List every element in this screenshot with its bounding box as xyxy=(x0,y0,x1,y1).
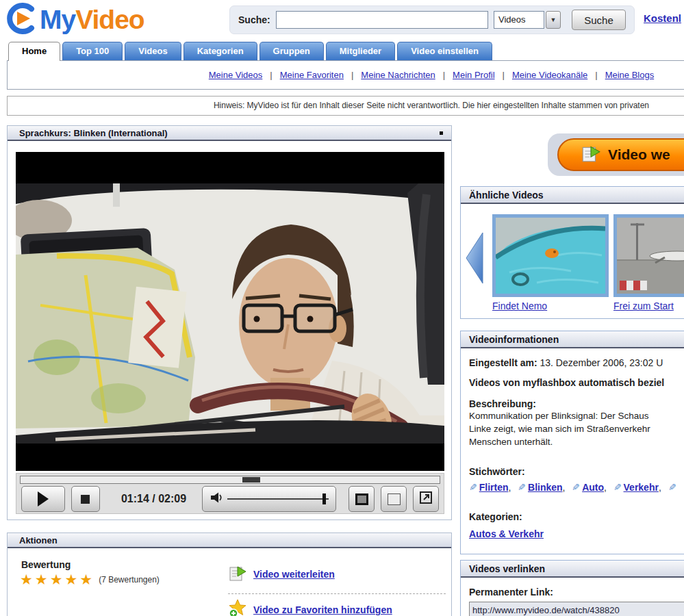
myvideo-watch-page: MyVideo Suche: Videos ▼ Suche Kostenl Ho… xyxy=(0,0,684,616)
seek-handle[interactable] xyxy=(242,477,260,483)
tag-verkehr[interactable]: Verkehr xyxy=(624,482,659,493)
video-stage[interactable] xyxy=(16,152,444,471)
rating-stars[interactable]: ★★★★★ xyxy=(20,572,94,588)
description-label: Beschreibung: xyxy=(469,398,536,409)
search-input[interactable] xyxy=(276,11,488,29)
rating-label: Bewertung xyxy=(21,559,71,570)
subnav: Meine Videos | Meine Favoriten | Meine N… xyxy=(7,60,684,90)
search-category-value[interactable]: Videos xyxy=(494,11,544,29)
pool-thumbnail-image xyxy=(496,218,605,294)
stop-button[interactable] xyxy=(71,486,100,512)
upload-video-button[interactable]: Video we xyxy=(557,138,684,171)
similar-link-1[interactable]: Findet Nemo xyxy=(492,300,547,311)
player-controls: 01:14 / 02:09 xyxy=(16,473,444,514)
volume-track[interactable] xyxy=(227,498,329,500)
tag-separator: , xyxy=(604,482,607,493)
subnav-meine-videos[interactable]: Meine Videos xyxy=(209,70,263,80)
similar-videos-header: Ähnliche Videos xyxy=(469,190,544,201)
similar-link-2[interactable]: Frei zum Start xyxy=(613,300,674,311)
time-display: 01:14 / 02:09 xyxy=(121,493,186,505)
tag-separator: , xyxy=(563,482,566,493)
popout-button[interactable] xyxy=(413,486,439,512)
video-title: Sprachkurs: Blinken (International) xyxy=(19,128,168,138)
subnav-mein-profil[interactable]: Mein Profil xyxy=(453,70,494,80)
categories-label: Kategorien: xyxy=(469,511,522,522)
similar-thumbnail-1[interactable] xyxy=(492,214,609,297)
fullscreen-button[interactable] xyxy=(349,486,375,512)
tab-mitglieder[interactable]: Mitglieder xyxy=(326,42,395,60)
video-player-panel: Sprachkurs: Blinken (International) xyxy=(7,125,452,520)
search-bar: Suche: Videos ▼ Suche xyxy=(229,5,635,34)
tag-pencil-icon: ✎ xyxy=(518,482,526,493)
logo-text-video: Video xyxy=(75,5,144,34)
actions-panel: Aktionen Bewertung ★★★★★ (7 Bewertungen)… xyxy=(7,532,452,616)
seek-bar[interactable] xyxy=(20,476,440,484)
divider xyxy=(228,593,446,594)
subnav-separator: | xyxy=(503,70,505,80)
upload-page-icon xyxy=(581,143,601,166)
uploaded-label: Eingestellt am: xyxy=(469,357,537,368)
subnav-meine-nachrichten[interactable]: Meine Nachrichten xyxy=(361,70,435,80)
carousel-left-arrow[interactable] xyxy=(466,232,483,287)
description-line: Menschen unterhält. xyxy=(469,437,553,447)
stop-icon xyxy=(81,495,90,504)
upload-video-promo: Video we xyxy=(548,133,684,176)
subnav-separator: | xyxy=(595,70,597,80)
tags-label: Stichwörter: xyxy=(469,466,525,477)
add-favorite-link[interactable]: Video zu Favoriten hinzufügen xyxy=(253,604,392,615)
forward-video-link[interactable]: Video weiterleiten xyxy=(253,569,335,580)
tag-pencil-icon: ✎ xyxy=(469,482,477,493)
logo-text-my: My xyxy=(40,5,75,34)
link-video-header: Videos verlinken xyxy=(469,563,545,574)
favorite-star-icon xyxy=(228,599,247,616)
tab-home[interactable]: Home xyxy=(8,42,60,61)
normal-size-button[interactable] xyxy=(381,486,407,512)
chevron-down-icon[interactable]: ▼ xyxy=(546,11,561,29)
similar-videos-panel: Ähnliche Videos Fi xyxy=(460,186,684,319)
subnav-separator: | xyxy=(270,70,272,80)
tag-pencil-icon: ✎ xyxy=(668,482,676,493)
disclaimer-notice: Hinweis: MyVideo ist für den Inhalt dies… xyxy=(7,96,684,116)
subnav-meine-favoriten[interactable]: Meine Favoriten xyxy=(280,70,344,80)
permanent-link-label: Permanenter Link: xyxy=(469,587,553,598)
tag-separator: , xyxy=(509,482,511,493)
uploaded-value: 13. Dezember 2006, 23:02 U xyxy=(540,357,663,368)
airport-thumbnail-image xyxy=(617,218,684,294)
video-info-header: Videoinformationen xyxy=(469,334,559,345)
category-link[interactable]: Autos & Verkehr xyxy=(469,528,544,539)
myflashbox-note: Videos von myflashbox automatisch beziel xyxy=(469,377,664,388)
search-category-dropdown[interactable]: Videos ▼ xyxy=(494,11,561,29)
subnav-separator: | xyxy=(443,70,445,80)
tag-separator: , xyxy=(659,482,661,493)
volume-handle[interactable] xyxy=(322,493,326,504)
search-button[interactable]: Suche xyxy=(572,10,626,30)
tab-gruppen[interactable]: Gruppen xyxy=(259,42,324,60)
volume-control[interactable] xyxy=(202,486,336,512)
search-label: Suche: xyxy=(238,14,270,25)
subnav-meine-videokanaele[interactable]: Meine Videokanäle xyxy=(512,70,587,80)
play-circle-logo-icon xyxy=(5,3,37,37)
tag-pencil-icon: ✎ xyxy=(572,482,580,493)
subnav-separator: | xyxy=(351,70,353,80)
description-line: Linke zeigt, wie man sich im Straßenverk… xyxy=(469,424,650,434)
similar-thumbnail-2[interactable] xyxy=(613,214,684,297)
popout-icon xyxy=(418,490,433,508)
tag-flirten[interactable]: Flirten xyxy=(479,482,509,493)
myvideo-logo[interactable]: MyVideo xyxy=(5,3,144,37)
video-info-panel: Videoinformationen Eingestellt am: 13. D… xyxy=(460,331,684,554)
tab-top-100[interactable]: Top 100 xyxy=(62,42,123,60)
panel-marker xyxy=(440,131,443,135)
speaker-icon xyxy=(210,491,223,507)
actions-header: Aktionen xyxy=(19,535,58,546)
tag-blinken[interactable]: Blinken xyxy=(528,482,563,493)
tab-kategorien[interactable]: Kategorien xyxy=(183,42,257,60)
register-link[interactable]: Kostenl xyxy=(644,12,681,24)
description-line: Kommunikation per Blinksignal: Der Schau… xyxy=(469,411,649,421)
permanent-link-input[interactable] xyxy=(469,602,684,616)
play-button[interactable] xyxy=(21,486,65,512)
tab-videos[interactable]: Videos xyxy=(125,42,181,60)
rating-count: (7 Bewertungen) xyxy=(99,575,160,585)
subnav-meine-blogs[interactable]: Meine Blogs xyxy=(605,70,655,80)
tag-auto[interactable]: Auto xyxy=(582,482,604,493)
tab-video-einstellen[interactable]: Video einstellen xyxy=(397,42,492,60)
